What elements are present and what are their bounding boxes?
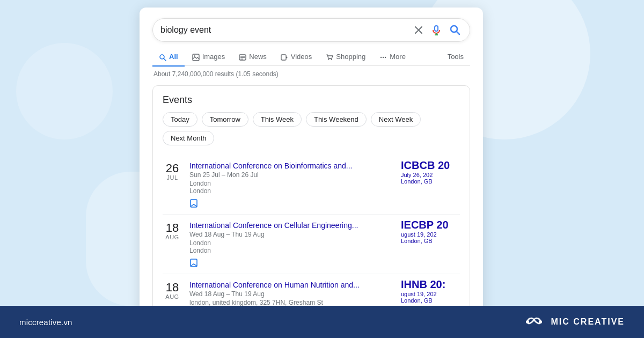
svg-point-18 [331,59,332,60]
preview-date-3: ugust 19, 202 [401,291,437,297]
filter-pills: Today Tomorrow This Week This Weekend Ne… [163,112,460,145]
tab-all-label: All [169,53,178,61]
preview-location-2: London, GB [401,238,433,244]
svg-point-21 [385,56,386,57]
tab-more[interactable]: More [373,48,412,67]
preview-abbr-1: ICBCB 20 [401,159,450,172]
preview-abbr-2: IECBP 20 [401,219,449,231]
images-tab-icon [192,53,200,61]
svg-point-26 [526,320,529,324]
event-title-1[interactable]: International Conference on Bioinformati… [189,161,353,170]
svg-point-10 [194,55,195,56]
svg-point-20 [383,56,384,57]
filter-next-week[interactable]: Next Week [371,112,421,127]
svg-rect-15 [281,55,286,60]
event-title-2[interactable]: International Conference on Cellular Eng… [189,221,358,230]
event-preview-2: IECBP 20 ugust 19, 202 London, GB [401,219,460,244]
footer-logo-area: MIC CREATIVE [522,314,625,329]
svg-point-19 [380,56,382,57]
event-preview-3: IHNB 20: ugust 19, 202 London, GB [401,278,460,304]
event-date-1: 26 JUL [163,161,182,181]
tab-shopping-label: Shopping [336,53,365,61]
filter-today[interactable]: Today [163,112,197,127]
svg-line-8 [164,58,166,61]
tab-shopping[interactable]: Shopping [319,48,372,67]
logo-icon-svg [522,314,546,329]
preview-date-1: July 26, 202 [401,172,433,178]
bookmark-icon [189,259,198,267]
svg-point-27 [539,320,542,324]
clear-search-button[interactable] [413,24,425,36]
events-title: Events [163,94,460,106]
search-input[interactable] [160,25,413,35]
bg-blob-3 [16,43,113,139]
filter-this-week[interactable]: This Week [253,112,302,127]
svg-line-6 [457,32,460,35]
bottom-bar: miccreative.vn MIC CREATIVE [0,306,644,338]
tab-more-label: More [390,53,406,61]
svg-rect-2 [435,26,438,31]
event-content-1: International Conference on Bioinformati… [189,161,353,195]
event-preview-1: ICBCB 20 July 26, 202 London, GB [401,159,460,185]
event-day-3: 18 [166,282,179,293]
tab-news[interactable]: News [232,48,273,67]
event-location2-1: London [189,187,353,195]
tab-images-label: Images [202,53,225,61]
search-tab-icon [159,53,166,61]
svg-rect-9 [193,54,199,61]
filter-this-weekend[interactable]: This Weekend [306,112,367,127]
preview-date-2: ugust 19, 202 [401,231,437,238]
tab-tools[interactable]: Tools [441,48,470,66]
event-location2-2: London [189,247,358,254]
search-icon [449,24,461,36]
preview-location-1: London, GB [401,178,433,185]
shopping-tab-icon [326,53,333,61]
nav-tabs: All Images News Videos Shopping [152,48,470,66]
tab-videos-label: Videos [291,53,312,61]
event-location-3: london, united kingdom, 325 7HN, Gresham… [189,299,360,306]
results-count: About 7,240,000,000 results (1.05 second… [152,70,470,78]
videos-tab-icon [281,53,288,61]
main-card: All Images News Videos Shopping [140,8,483,338]
tab-images[interactable]: Images [186,48,232,67]
search-bar [152,18,470,42]
event-month-1: JUL [166,174,178,181]
svg-marker-16 [286,56,288,58]
event-date-2: 18 AUG [163,221,182,240]
tab-news-label: News [249,53,267,61]
voice-search-button[interactable] [430,24,443,36]
event-date-range-2: Wed 18 Aug – Thu 19 Aug [189,231,358,238]
close-icon [414,25,423,35]
tab-tools-label: Tools [448,53,464,61]
event-title-3[interactable]: International Conference on Human Nutrit… [189,281,360,289]
event-date-3: 18 AUG [163,281,182,300]
svg-point-17 [328,59,330,60]
mic-creative-logo-icon [522,314,546,329]
event-location-1: London [189,180,353,187]
footer-brand: miccreative.vn [19,318,72,327]
event-date-range-3: Wed 18 Aug – Thu 19 Aug [189,290,360,298]
event-date-range-1: Sun 25 Jul – Mon 26 Jul [189,171,353,179]
preview-abbr-3: IHNB 20: [401,278,445,291]
event-item: 18 AUG International Conference on Cellu… [163,215,460,274]
event-content-2: International Conference on Cellular Eng… [189,221,358,254]
bookmark-1[interactable] [189,198,353,208]
event-month-2: AUG [165,234,179,240]
filter-tomorrow[interactable]: Tomorrow [202,112,248,127]
search-button[interactable] [448,23,462,37]
event-day-1: 26 [166,163,179,174]
event-location-2: London [189,239,358,247]
search-icons [413,23,462,37]
preview-location-3: London, GB [401,297,433,304]
filter-next-month[interactable]: Next Month [163,131,214,145]
more-tab-icon [379,53,387,61]
tab-videos[interactable]: Videos [274,48,319,67]
events-card: Events Today Tomorrow This Week This Wee… [152,85,470,338]
bookmark-2[interactable] [189,258,358,267]
event-item: 26 JUL International Conference on Bioin… [163,155,460,215]
news-tab-icon [239,53,246,61]
microphone-icon [431,25,442,35]
bookmark-icon [189,199,198,208]
event-day-2: 18 [166,222,179,234]
tab-all[interactable]: All [152,48,185,67]
